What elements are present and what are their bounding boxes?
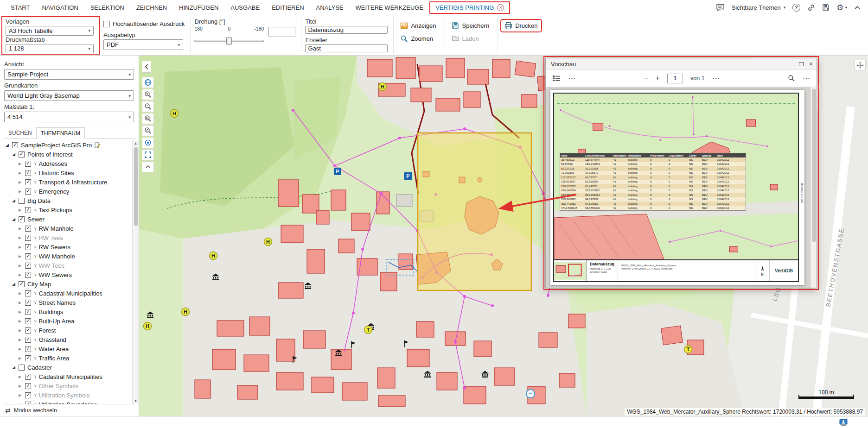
tree-item-rw-tees[interactable]: ▶∨RW Tees — [4, 233, 130, 242]
output-type-dropdown[interactable]: PDF ▾ — [103, 39, 183, 50]
tree-scrollbar-thumb[interactable] — [134, 147, 138, 226]
layer-visibility-checkbox[interactable] — [19, 198, 25, 204]
layer-visibility-checkbox[interactable] — [25, 300, 31, 306]
expand-node-icon[interactable]: ▶ — [19, 171, 25, 175]
legend-toggle-icon[interactable]: ∨ — [34, 189, 37, 194]
slider-thumb[interactable] — [226, 37, 232, 45]
tree-item-ww-manhole[interactable]: ▶∨WW Manhole — [4, 252, 130, 261]
collapse-toolbar-button[interactable] — [142, 161, 154, 172]
layer-visibility-checkbox[interactable] — [25, 170, 31, 176]
close-tab-icon[interactable]: × — [497, 4, 504, 11]
legend-toggle-icon[interactable]: ∨ — [34, 402, 37, 404]
layer-visibility-checkbox[interactable] — [25, 346, 31, 352]
tree-item-addresses[interactable]: ▶∨Addresses — [4, 159, 130, 168]
expand-node-icon[interactable]: ▶ — [19, 189, 25, 194]
page-number-input[interactable] — [667, 74, 683, 83]
legend-toggle-icon[interactable]: ∨ — [34, 356, 37, 360]
layer-visibility-checkbox[interactable] — [19, 365, 25, 371]
tree-item-utilization-boundaries[interactable]: ▶∨Utilization Boundaries — [4, 400, 130, 404]
menu-tab-editieren[interactable]: EDITIEREN — [266, 1, 310, 14]
tree-item-transport-infrastructure[interactable]: ▶∨Transport & Infrastructure — [4, 177, 130, 187]
tree-item-ww-sewers[interactable]: ▶∨WW Sewers — [4, 270, 130, 279]
view-dropdown[interactable]: Sample Project ▾ — [4, 69, 134, 80]
collapse-node-icon[interactable]: ◢ — [12, 365, 19, 370]
legend-toggle-icon[interactable]: ∨ — [34, 309, 37, 314]
tree-item-utilization-symbols[interactable]: ▶∨Utilization Symbols — [4, 390, 130, 400]
collapse-node-icon[interactable]: ◢ — [12, 198, 19, 203]
save-settings-button[interactable]: Speichern — [449, 20, 492, 31]
legend-toggle-icon[interactable]: ∨ — [34, 291, 37, 296]
layer-visibility-checkbox[interactable] — [25, 355, 31, 361]
tree-item-points-of-interest[interactable]: ◢Points of Interest — [4, 150, 130, 159]
zoom-in-page-icon[interactable]: + — [656, 75, 660, 82]
tab-theme-tree[interactable]: THEMENBAUM — [36, 127, 85, 139]
layer-visibility-checkbox[interactable] — [25, 244, 31, 250]
layer-visibility-checkbox[interactable] — [25, 161, 31, 167]
legend-toggle-icon[interactable]: ∨ — [34, 337, 37, 342]
zoom-out-button[interactable] — [142, 101, 154, 112]
legend-toggle-icon[interactable]: ∨ — [34, 263, 37, 268]
rotation-input[interactable] — [268, 27, 295, 37]
expand-node-icon[interactable]: ▶ — [19, 236, 25, 240]
layer-visibility-checkbox[interactable] — [25, 263, 31, 269]
tree-scrollbar[interactable]: ▲▼ — [132, 140, 139, 404]
print-button[interactable]: Drucken — [502, 20, 540, 31]
layer-visibility-checkbox[interactable] — [25, 179, 31, 185]
page-more-icon[interactable]: ⋯ — [712, 75, 720, 82]
tree-item-water-area[interactable]: ▶∨Water Area — [4, 344, 130, 353]
tree-item-historic-sites[interactable]: ▶∨Historic Sites — [4, 168, 130, 177]
expand-node-icon[interactable]: ▶ — [19, 384, 25, 388]
expand-node-icon[interactable]: ▶ — [19, 338, 25, 342]
basemap-dropdown[interactable]: World Light Gray Basemap ▾ — [4, 90, 134, 101]
tree-item-cadastral-municipalities[interactable]: ▶∨Cadastral Municipalities — [4, 289, 130, 298]
tree-item-city-map[interactable]: ◢City Map — [4, 279, 130, 289]
legend-toggle-icon[interactable]: ∨ — [34, 170, 37, 175]
layer-visibility-checkbox[interactable] — [25, 272, 31, 278]
tree-item-cadastral-municipalities[interactable]: ▶∨Cadastral Municipalities — [4, 372, 130, 381]
expand-node-icon[interactable]: ▶ — [19, 162, 25, 166]
layer-visibility-checkbox[interactable] — [19, 216, 25, 222]
more-options-icon[interactable]: ⋯ — [568, 75, 575, 82]
layer-visibility-checkbox[interactable] — [25, 189, 31, 195]
expand-node-icon[interactable]: ▶ — [19, 393, 25, 397]
expand-node-icon[interactable]: ▶ — [19, 328, 25, 333]
zoom-selection-button[interactable] — [142, 125, 154, 136]
menu-tab-navigation[interactable]: NAVIGATION — [36, 1, 84, 14]
collapse-node-icon[interactable]: ◢ — [12, 217, 19, 221]
menu-tab-vertigis-printing[interactable]: VERTIGIS PRINTING× — [429, 1, 510, 14]
preview-content[interactable]: AreaCircumferenceUtilizationUtilizationP… — [546, 87, 817, 288]
layer-visibility-checkbox[interactable] — [25, 402, 31, 404]
collapse-node-icon[interactable]: ◢ — [12, 152, 19, 157]
legend-toggle-icon[interactable]: ∨ — [34, 384, 37, 388]
tree-item-forest[interactable]: ▶∨Forest — [4, 326, 130, 335]
help-icon[interactable]: ? — [792, 4, 800, 12]
preview-titlebar[interactable]: Vorschau × — [546, 58, 817, 70]
link-icon[interactable] — [807, 4, 815, 12]
tree-item-ww-tees[interactable]: ▶∨WW Tees — [4, 261, 130, 270]
toolbar-more-icon[interactable]: ⋯ — [803, 75, 810, 82]
legend-toggle-icon[interactable]: ∨ — [34, 161, 37, 166]
layer-visibility-checkbox[interactable] — [25, 392, 31, 398]
legend-toggle-icon[interactable]: ∨ — [34, 208, 37, 212]
rotation-slider[interactable]: 180 -180 0 — [194, 26, 264, 42]
zoom-out-page-icon[interactable]: − — [644, 75, 648, 82]
legend-toggle-icon[interactable]: ∨ — [34, 226, 37, 231]
scroll-up-icon[interactable]: ▲ — [134, 140, 138, 146]
expand-node-icon[interactable]: ▶ — [19, 227, 25, 231]
expand-node-icon[interactable]: ▶ — [19, 319, 25, 323]
legend-toggle-icon[interactable]: ∨ — [34, 300, 37, 305]
settings-gear-icon[interactable]: ⚙▾ — [836, 4, 847, 12]
legend-toggle-icon[interactable]: ∨ — [34, 272, 37, 277]
thumbnails-panel-icon[interactable] — [552, 75, 561, 82]
title-input[interactable] — [305, 26, 388, 34]
save-icon[interactable] — [822, 4, 830, 11]
expand-node-icon[interactable]: ▶ — [19, 254, 25, 258]
close-window-icon[interactable]: × — [809, 61, 813, 67]
collapse-sidebar-button[interactable] — [142, 61, 151, 73]
pan-anchor-icon[interactable] — [855, 60, 866, 71]
legend-toggle-icon[interactable]: ∨ — [34, 235, 37, 240]
show-button[interactable]: Anzeigen — [397, 20, 439, 31]
layer-visibility-checkbox[interactable] — [25, 226, 31, 232]
collapse-ribbon-icon[interactable] — [854, 6, 861, 10]
legend-toggle-icon[interactable]: ∨ — [34, 374, 37, 379]
